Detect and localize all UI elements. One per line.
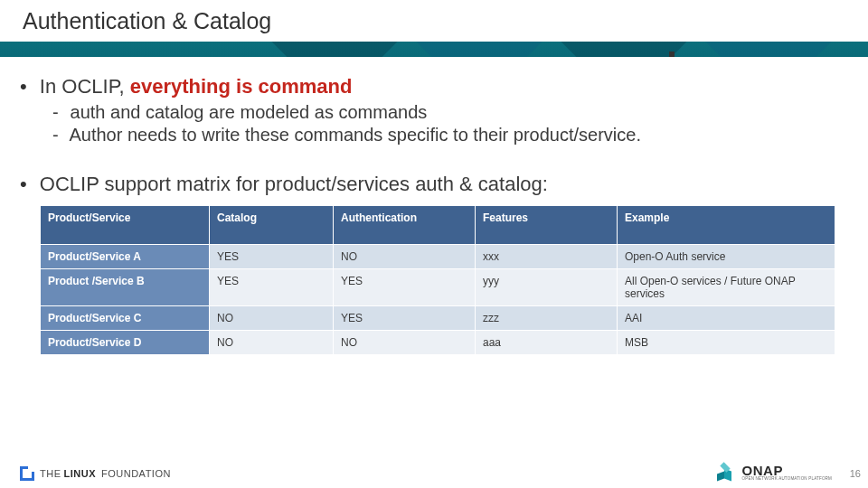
cell-ps: Product/Service A xyxy=(41,245,210,269)
bullet-1-prefix: In OCLIP, xyxy=(40,75,130,98)
col-auth: Authentication xyxy=(334,206,476,245)
cell-auth: NO xyxy=(334,245,476,269)
cell-features: aaa xyxy=(476,331,618,355)
onap-mark-icon xyxy=(717,463,737,483)
cell-features: yyy xyxy=(476,269,618,306)
cell-catalog: YES xyxy=(210,245,334,269)
linux-foundation-logo: THE LINUX FOUNDATION xyxy=(20,466,168,481)
cell-catalog: NO xyxy=(210,306,334,331)
support-matrix-table: Product/Service Catalog Authentication F… xyxy=(40,205,835,355)
cell-catalog: NO xyxy=(210,331,334,355)
lf-foundation: FOUNDATION xyxy=(101,468,171,479)
cell-ps: Product/Service D xyxy=(41,331,210,355)
bullet-1-emphasis: everything is command xyxy=(130,75,353,98)
bullet-2-text: OCLIP support matrix for product/service… xyxy=(40,173,548,195)
bullet-dot-icon: • xyxy=(20,75,27,98)
cell-auth: YES xyxy=(334,306,476,331)
cell-example: MSB xyxy=(618,331,835,355)
slide-body: • In OCLIP, everything is command - auth… xyxy=(0,57,868,355)
dash-icon: - xyxy=(52,125,65,145)
table-header-row: Product/Service Catalog Authentication F… xyxy=(41,206,835,245)
cell-example: AAI xyxy=(618,306,835,331)
cell-auth: NO xyxy=(334,331,476,355)
onap-subtitle: OPEN NETWORK AUTOMATION PLATFORM xyxy=(742,477,832,482)
onap-name: ONAP xyxy=(742,464,832,477)
page-title: Authentication & Catalog xyxy=(23,0,652,42)
lf-linux: LINUX xyxy=(64,468,97,479)
cell-auth: YES xyxy=(334,269,476,306)
linux-foundation-mark-icon xyxy=(20,466,34,481)
table-row: Product/Service D NO NO aaa MSB xyxy=(41,331,835,355)
cell-ps: Product/Service C xyxy=(41,306,210,331)
cell-example: Open-O Auth service xyxy=(618,245,835,269)
sub-bullet-2: - Author needs to write these commands s… xyxy=(52,125,848,145)
table-row: Product/Service C NO YES zzz AAI xyxy=(41,306,835,331)
bullet-1: • In OCLIP, everything is command xyxy=(20,75,848,99)
cell-ps: Product /Service B xyxy=(41,269,210,306)
lf-the: THE xyxy=(40,468,61,479)
slide: Authentication & Catalog • In OCLIP, eve… xyxy=(0,0,868,488)
sub-bullet-1-text: auth and catalog are modeled as commands xyxy=(71,102,428,122)
sub-bullet-1: - auth and catalog are modeled as comman… xyxy=(52,102,848,123)
bullet-2: • OCLIP support matrix for product/servi… xyxy=(20,173,848,196)
col-example: Example xyxy=(618,206,835,245)
cell-features: xxx xyxy=(476,245,618,269)
col-catalog: Catalog xyxy=(210,206,334,245)
col-features: Features xyxy=(476,206,618,245)
dash-icon: - xyxy=(52,102,65,123)
cell-features: zzz xyxy=(476,306,618,331)
sub-bullet-2-text: Author needs to write these commands spe… xyxy=(69,125,641,145)
cell-example: All Open-O services / Future ONAP servic… xyxy=(618,269,835,306)
table-row: Product/Service A YES NO xxx Open-O Auth… xyxy=(41,245,835,269)
cell-catalog: YES xyxy=(210,269,334,306)
page-number: 16 xyxy=(850,468,861,479)
title-band: Authentication & Catalog xyxy=(0,0,868,57)
table-row: Product /Service B YES YES yyy All Open-… xyxy=(41,269,835,306)
col-product: Product/Service xyxy=(41,206,210,245)
onap-logo: ONAP OPEN NETWORK AUTOMATION PLATFORM xyxy=(717,463,832,483)
bullet-dot-icon: • xyxy=(20,173,27,195)
slide-footer: THE LINUX FOUNDATION ONAP OPEN NETWORK A… xyxy=(0,457,868,483)
